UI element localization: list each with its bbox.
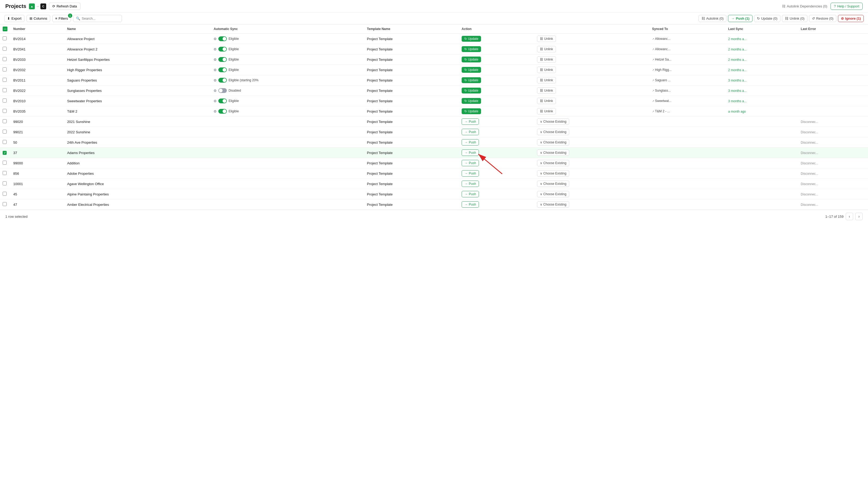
select-all-checkbox[interactable] <box>3 27 7 31</box>
update-btn[interactable]: ↻ Update <box>462 88 481 93</box>
gear-icon[interactable]: ⚙ <box>214 58 217 62</box>
row-checkbox[interactable] <box>3 171 7 175</box>
update-btn[interactable]: ↻ Update <box>462 67 481 73</box>
push-btn[interactable]: → Push <box>462 129 479 135</box>
choose-existing-btn[interactable]: ∨ Choose Existing <box>537 150 569 156</box>
sync-toggle[interactable] <box>218 57 227 62</box>
sync-label: Disabled <box>228 89 241 92</box>
th-template: Template Name <box>364 24 459 34</box>
row-action-primary: → Push <box>459 127 534 137</box>
push-btn[interactable]: → Push <box>462 160 479 166</box>
gear-icon[interactable]: ⚙ <box>214 89 217 93</box>
table-row: BV2011Saguaro Properties ⚙ Eligible (sta… <box>0 75 868 86</box>
update-btn[interactable]: ↻ Update <box>462 46 481 52</box>
push-btn[interactable]: → Push <box>462 181 479 187</box>
table-row: BV2014Allowance Project ⚙ Eligible Proje… <box>0 34 868 44</box>
th-number: Number <box>11 24 65 34</box>
row-auto-sync <box>211 189 364 200</box>
row-checkbox[interactable] <box>3 99 7 103</box>
gear-icon[interactable]: ⚙ <box>214 37 217 41</box>
ignore-button[interactable]: ⊘ Ignore (1) <box>838 15 864 22</box>
gear-icon[interactable]: ⚙ <box>214 99 217 103</box>
export-button[interactable]: ⬇ Export <box>4 15 24 22</box>
gear-icon[interactable]: ⚙ <box>214 68 217 72</box>
restore-button[interactable]: ↺ Restore (0) <box>809 15 836 22</box>
unlink-btn[interactable]: ⛓ Unlink <box>537 87 556 94</box>
row-checkbox[interactable] <box>3 151 7 155</box>
unlink-icon: ⛓ <box>540 78 543 82</box>
push-btn[interactable]: → Push <box>462 139 479 146</box>
row-checkbox[interactable] <box>3 140 7 144</box>
choose-existing-btn[interactable]: ∨ Choose Existing <box>537 181 569 187</box>
row-checkbox[interactable] <box>3 47 7 51</box>
push-btn[interactable]: → Push <box>462 191 479 197</box>
choose-existing-btn[interactable]: ∨ Choose Existing <box>537 201 569 208</box>
gear-icon[interactable]: ⚙ <box>214 78 217 82</box>
unlink-btn[interactable]: ⛓ Unlink <box>537 36 556 42</box>
gear-icon[interactable]: ⚙ <box>214 109 217 114</box>
choose-existing-btn[interactable]: ∨ Choose Existing <box>537 160 569 166</box>
update-btn[interactable]: ↻ Update <box>462 108 481 114</box>
choose-existing-btn[interactable]: ∨ Choose Existing <box>537 118 569 125</box>
sync-toggle[interactable] <box>218 109 227 114</box>
row-action-secondary: ∨ Choose Existing <box>534 189 649 200</box>
push-btn[interactable]: → Push <box>462 150 479 156</box>
update-button[interactable]: ↻ Update (0) <box>754 15 780 22</box>
unlink-btn[interactable]: ⛓ Unlink <box>537 98 556 104</box>
arrow-right-icon: → <box>464 140 468 144</box>
row-checkbox[interactable] <box>3 182 7 185</box>
autolink-button[interactable]: ⛓ Autolink (0) <box>699 15 727 22</box>
update-btn[interactable]: ↻ Update <box>462 77 481 83</box>
update-btn[interactable]: ↻ Update <box>462 56 481 63</box>
help-support-button[interactable]: ? Help / Support <box>831 3 863 10</box>
sync-toggle[interactable] <box>218 47 227 52</box>
row-checkbox[interactable] <box>3 67 7 71</box>
sync-toggle[interactable] <box>218 67 227 72</box>
row-auto-sync: ⚙ Eligible (starting 20% <box>211 75 364 86</box>
push-button[interactable]: → Push (1) <box>728 15 752 22</box>
unlink-btn[interactable]: ⛓ Unlink <box>537 46 556 52</box>
sync-toggle[interactable] <box>218 36 227 41</box>
choose-existing-btn[interactable]: ∨ Choose Existing <box>537 129 569 135</box>
refresh-icon: ↻ <box>464 89 467 92</box>
gear-icon[interactable]: ⚙ <box>214 47 217 51</box>
next-page-button[interactable]: › <box>855 213 863 220</box>
row-checkbox[interactable] <box>3 192 7 196</box>
row-synced-to <box>649 189 726 200</box>
choose-existing-btn[interactable]: ∨ Choose Existing <box>537 139 569 146</box>
row-checkbox[interactable] <box>3 78 7 82</box>
unlink-btn[interactable]: ⛓ Unlink <box>537 77 556 83</box>
unlink-btn[interactable]: ⛓ Unlink <box>537 56 556 63</box>
push-btn[interactable]: → Push <box>462 118 479 125</box>
row-checkbox[interactable] <box>3 88 7 92</box>
sync-label: Eligible (starting 20% <box>228 78 258 82</box>
unlink-btn[interactable]: ⛓ Unlink <box>537 67 556 73</box>
update-btn[interactable]: ↻ Update <box>462 98 481 104</box>
push-btn[interactable]: → Push <box>462 170 479 176</box>
table-row: BV2032High Rigger Properties ⚙ Eligible … <box>0 65 868 75</box>
unlink-button[interactable]: ⛓ Unlink (0) <box>782 15 807 22</box>
update-btn[interactable]: ↻ Update <box>462 36 481 42</box>
columns-button[interactable]: ⊞ Columns <box>27 15 50 22</box>
choose-existing-btn[interactable]: ∨ Choose Existing <box>537 170 569 176</box>
row-checkbox[interactable] <box>3 119 7 123</box>
sync-toggle[interactable] <box>218 78 227 83</box>
prev-page-button[interactable]: ‹ <box>846 213 853 220</box>
row-synced-to <box>649 137 726 148</box>
row-action-primary: ↻ Update <box>459 54 534 65</box>
push-btn[interactable]: → Push <box>462 201 479 208</box>
row-checkbox[interactable] <box>3 161 7 165</box>
search-input[interactable] <box>82 16 119 20</box>
filters-button[interactable]: ≡ Filters 1 <box>52 15 71 22</box>
row-checkbox[interactable] <box>3 202 7 206</box>
row-checkbox[interactable] <box>3 130 7 134</box>
row-checkbox[interactable] <box>3 57 7 61</box>
refresh-button[interactable]: ⟳ Refresh Data <box>49 3 81 10</box>
sync-toggle[interactable] <box>218 99 227 103</box>
row-checkbox[interactable] <box>3 36 7 40</box>
row-checkbox[interactable] <box>3 109 7 113</box>
row-last-error: Disconnec... <box>798 127 868 137</box>
unlink-btn[interactable]: ⛓ Unlink <box>537 108 556 115</box>
choose-existing-btn[interactable]: ∨ Choose Existing <box>537 191 569 197</box>
sync-toggle[interactable] <box>218 88 227 93</box>
